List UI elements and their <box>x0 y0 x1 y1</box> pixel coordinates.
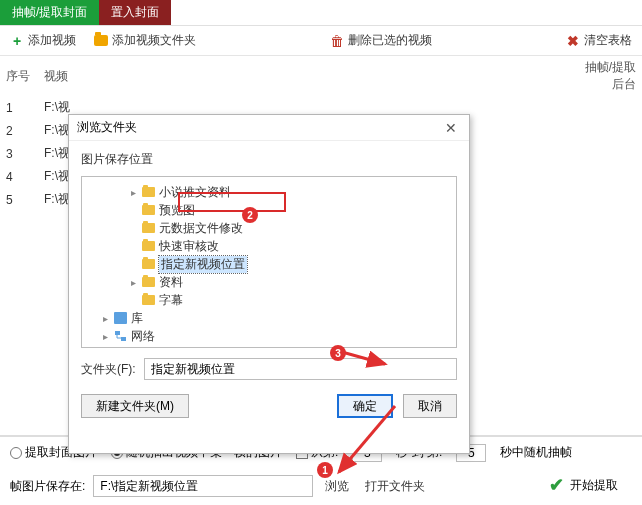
tree-node[interactable]: 快速审核改 <box>86 237 452 255</box>
col-after: 抽帧/提取后台 <box>572 56 642 96</box>
tree-node[interactable]: ▸控制面板 <box>86 345 452 348</box>
start-label: 开始提取 <box>570 477 618 494</box>
tree-node[interactable]: ▸小说推文资料 <box>86 183 452 201</box>
folder-icon <box>142 205 155 215</box>
plus-icon: + <box>10 34 24 48</box>
tree-node-label: 元数据文件修改 <box>159 220 243 237</box>
tab-extract-cover[interactable]: 抽帧/提取封面 <box>0 0 99 25</box>
tab-set-cover[interactable]: 置入封面 <box>99 0 171 25</box>
delete-selected-button[interactable]: 🗑 删除已选的视频 <box>330 32 432 49</box>
folder-icon <box>142 295 155 305</box>
cell-index: 5 <box>0 188 38 211</box>
dialog-titlebar: 浏览文件夹 ✕ <box>69 115 469 141</box>
folder-icon <box>142 277 155 287</box>
add-video-label: 添加视频 <box>28 32 76 49</box>
tree-node-label: 快速审核改 <box>159 238 219 255</box>
browse-folder-dialog: 浏览文件夹 ✕ 图片保存位置 ▸小说推文资料预览图元数据文件修改快速审核改指定新… <box>68 114 470 454</box>
clear-table-button[interactable]: ✖ 清空表格 <box>566 32 632 49</box>
col-path: 视频 <box>38 56 572 96</box>
dialog-section-label: 图片保存位置 <box>81 151 457 168</box>
check-icon: ✔ <box>549 474 564 496</box>
folder-field-label: 文件夹(F): <box>81 361 136 378</box>
tree-node[interactable]: 指定新视频位置 <box>86 255 452 273</box>
tree-node-label: 字幕 <box>159 292 183 309</box>
folder-icon <box>94 34 108 48</box>
folder-icon <box>142 223 155 233</box>
cell-index: 4 <box>0 165 38 188</box>
sec-random-label: 秒中随机抽帧 <box>500 444 572 461</box>
delete-selected-label: 删除已选的视频 <box>348 32 432 49</box>
close-icon: ✖ <box>566 34 580 48</box>
tree-node[interactable]: 元数据文件修改 <box>86 219 452 237</box>
tree-node-label: 预览图 <box>159 202 195 219</box>
tree-node-label: 库 <box>131 310 143 327</box>
add-video-folder-button[interactable]: 添加视频文件夹 <box>94 32 196 49</box>
content-area: 序号 视频 抽帧/提取后台 1F:\视2F:\视3F:\视4F:\视5F:\视 … <box>0 56 642 436</box>
cell-index: 2 <box>0 119 38 142</box>
dialog-close-button[interactable]: ✕ <box>441 118 461 138</box>
toolbar: + 添加视频 添加视频文件夹 🗑 删除已选的视频 ✖ 清空表格 <box>0 26 642 56</box>
trash-icon: 🗑 <box>330 34 344 48</box>
tree-node-label: 资料 <box>159 274 183 291</box>
folder-icon <box>142 241 155 251</box>
tree-node[interactable]: ▸网络 <box>86 327 452 345</box>
clear-table-label: 清空表格 <box>584 32 632 49</box>
cell-index: 1 <box>0 96 38 119</box>
callout-2: 2 <box>242 207 258 223</box>
callout-1: 1 <box>317 462 333 478</box>
expand-icon: ▸ <box>128 187 138 198</box>
dialog-title: 浏览文件夹 <box>77 119 137 136</box>
tree-node[interactable]: 预览图 <box>86 201 452 219</box>
radio-icon <box>10 447 22 459</box>
tree-node-label: 网络 <box>131 328 155 345</box>
folder-icon <box>142 187 155 197</box>
start-extract-button[interactable]: ✔ 开始提取 <box>535 471 632 499</box>
expand-icon: ▸ <box>100 331 110 342</box>
open-folder-button[interactable]: 打开文件夹 <box>361 478 429 495</box>
tree-node[interactable]: ▸资料 <box>86 273 452 291</box>
add-video-button[interactable]: + 添加视频 <box>10 32 76 49</box>
tree-node-label: 控制面板 <box>131 346 179 349</box>
tree-node[interactable]: ▸库 <box>86 309 452 327</box>
folder-tree[interactable]: ▸小说推文资料预览图元数据文件修改快速审核改指定新视频位置▸资料字幕▸库▸网络▸… <box>81 176 457 348</box>
save-path-input[interactable] <box>93 475 313 497</box>
callout-3: 3 <box>330 345 346 361</box>
col-index: 序号 <box>0 56 38 96</box>
new-folder-button[interactable]: 新建文件夹(M) <box>81 394 189 418</box>
svg-rect-0 <box>115 331 120 335</box>
cancel-button[interactable]: 取消 <box>403 394 457 418</box>
tree-node[interactable]: 字幕 <box>86 291 452 309</box>
tree-node-label: 小说推文资料 <box>159 184 231 201</box>
expand-icon: ▸ <box>128 277 138 288</box>
browse-button[interactable]: 浏览 <box>321 478 353 495</box>
library-icon <box>114 312 127 324</box>
save-path-label: 帧图片保存在: <box>10 478 85 495</box>
cell-index: 3 <box>0 142 38 165</box>
folder-icon <box>142 259 155 269</box>
ok-button[interactable]: 确定 <box>337 394 393 418</box>
network-icon <box>114 330 127 342</box>
add-folder-label: 添加视频文件夹 <box>112 32 196 49</box>
tree-node-label: 指定新视频位置 <box>159 256 247 273</box>
expand-icon: ▸ <box>100 313 110 324</box>
folder-name-input[interactable] <box>144 358 457 380</box>
